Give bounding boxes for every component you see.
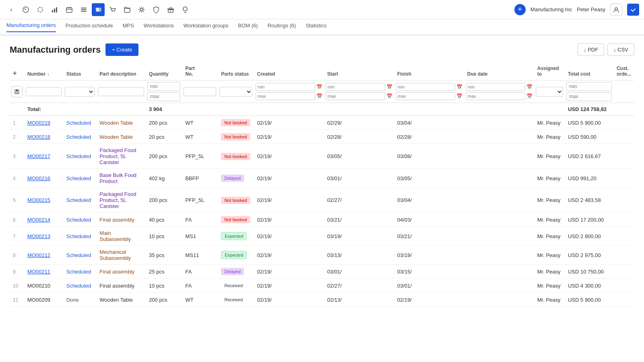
assigned-to-cell: Mr. Peasy — [534, 144, 565, 169]
order-number-link[interactable]: MO00212 — [27, 252, 50, 258]
folder-icon[interactable] — [121, 3, 134, 16]
status-text: Scheduled — [66, 233, 91, 239]
filter-parts-status-select[interactable]: Not booked Delayed Expected Received — [219, 87, 252, 97]
due-min-calendar-icon[interactable]: 📅 — [526, 84, 533, 90]
status-text: Scheduled — [66, 120, 91, 126]
subnav-bom[interactable]: BOM (6) — [238, 23, 258, 32]
filter-quantity-max[interactable] — [147, 92, 180, 101]
row-number: 5 — [13, 197, 16, 203]
subnav-mps[interactable]: MPS — [123, 23, 134, 32]
row-number: 1 — [13, 120, 16, 126]
list-icon[interactable] — [77, 3, 90, 16]
book-icon[interactable] — [92, 3, 105, 16]
part-description-link[interactable]: Mechanical Subassembly — [99, 249, 131, 261]
filter-cost-max[interactable] — [566, 92, 612, 101]
assigned-to-cell: Mr. Peasy — [534, 279, 565, 293]
finish-max-calendar-icon[interactable]: 📅 — [456, 93, 462, 99]
assigned-to-cell: Mr. Peasy — [534, 265, 565, 279]
quantity-cell: 200 pcs — [146, 293, 182, 307]
svg-point-18 — [615, 8, 617, 10]
start-min-calendar-icon[interactable]: 📅 — [386, 84, 392, 90]
gift-icon[interactable] — [164, 3, 177, 16]
th-due-date: Due date — [464, 62, 534, 80]
filter-created-max[interactable] — [256, 92, 315, 100]
pdf-export-button[interactable]: ↓ PDF — [578, 43, 604, 56]
bulb-icon[interactable] — [179, 3, 192, 16]
filter-cost-min[interactable] — [566, 82, 612, 91]
part-description-link[interactable]: Packaged Food Product, 5L Canister — [99, 147, 136, 165]
filter-assigned-to-select[interactable]: Mr. Peasy — [536, 87, 563, 97]
order-number-link[interactable]: MO00217 — [27, 153, 50, 159]
csv-export-button[interactable]: ↓ CSV — [607, 43, 634, 56]
speedometer-icon[interactable] — [19, 3, 32, 16]
calendar-icon[interactable] — [63, 3, 76, 16]
created-min-calendar-icon[interactable]: 📅 — [316, 84, 322, 90]
part-description-link[interactable]: Main Subassembly — [99, 230, 131, 242]
table-row: 7 MO00213 Scheduled Main Subassembly 10 … — [10, 227, 634, 246]
th-number[interactable]: Number ↓ — [24, 62, 63, 80]
created-max-calendar-icon[interactable]: 📅 — [316, 93, 322, 99]
filter-due-min[interactable] — [466, 83, 525, 91]
order-number-link[interactable]: MO00218 — [27, 134, 50, 140]
filter-part-no-input[interactable] — [184, 87, 216, 96]
subnav-routings[interactable]: Routings (6) — [268, 23, 296, 32]
finish-min-calendar-icon[interactable]: 📅 — [456, 84, 462, 90]
filter-created-min[interactable] — [256, 83, 315, 91]
gear-icon[interactable] — [135, 3, 148, 16]
save-filter-button[interactable] — [11, 86, 23, 97]
create-button[interactable]: + Create — [105, 43, 138, 56]
bar-chart-icon[interactable] — [48, 3, 61, 16]
subnav-statistics[interactable]: Statistics — [305, 23, 326, 32]
svg-point-13 — [112, 11, 113, 12]
subnav-workstations[interactable]: Workstations — [144, 23, 174, 32]
part-description-link[interactable]: Final assembly — [99, 269, 134, 275]
filter-start-max[interactable] — [326, 92, 385, 100]
filter-status-select[interactable]: Scheduled Done — [65, 87, 95, 97]
row-number: 4 — [13, 176, 16, 181]
part-no-cell: WT — [182, 116, 218, 130]
order-number-link[interactable]: MO00219 — [27, 120, 50, 126]
back-icon[interactable]: ‹ — [5, 3, 18, 16]
due-max-calendar-icon[interactable]: 📅 — [526, 93, 533, 99]
due-date-cell — [464, 279, 534, 293]
filter-part-desc-input[interactable] — [98, 87, 144, 96]
filter-quantity-min[interactable] — [147, 82, 180, 91]
subnav-workstation-groups[interactable]: Workstation groups — [184, 23, 229, 32]
order-number-link[interactable]: MO00215 — [27, 197, 50, 203]
total-cost-cell: USD 991,20 — [565, 169, 613, 188]
row-number: 9 — [13, 269, 16, 275]
start-max-calendar-icon[interactable]: 📅 — [386, 93, 392, 99]
filter-start-min[interactable] — [326, 83, 385, 91]
new-button[interactable]: + — [514, 4, 526, 15]
order-number-link[interactable]: MO00214 — [27, 217, 50, 223]
cust-order-cell — [613, 293, 634, 307]
subnav-production-schedule[interactable]: Production schedule — [66, 23, 113, 32]
th-total-cost: Total cost — [565, 62, 613, 80]
check-icon-button[interactable] — [627, 4, 639, 16]
th-add[interactable]: + — [10, 62, 24, 80]
filter-finish-min[interactable] — [396, 83, 455, 91]
horizontal-scrollbar[interactable] — [10, 309, 634, 313]
table-row: 2 MO00218 Scheduled Wooden Table 20 pcs … — [10, 130, 634, 144]
order-number-link[interactable]: MO00211 — [27, 269, 50, 275]
parts-status-badge: Received — [221, 296, 246, 303]
part-description-link[interactable]: Packaged Food Product, 5L Canister — [99, 191, 136, 209]
order-number-link[interactable]: MO00216 — [27, 175, 50, 181]
part-description-link[interactable]: Wooden Table — [99, 120, 133, 126]
filter-number-input[interactable] — [26, 87, 62, 96]
loading-icon[interactable] — [34, 3, 47, 16]
part-description: Wooden Table — [99, 297, 133, 303]
part-description-link[interactable]: Base Bulk Food Product — [99, 172, 136, 184]
start-cell: 03/13/ — [324, 246, 394, 265]
filter-due-max[interactable] — [466, 92, 525, 100]
subnav-manufacturing-orders[interactable]: Manufacturing orders — [6, 22, 56, 32]
shield-icon[interactable] — [150, 3, 163, 16]
th-part-no: PartNo. — [182, 62, 218, 80]
part-description-link[interactable]: Final assembly — [99, 217, 134, 223]
total-cost-cell: USD 2 975,00 — [565, 246, 613, 265]
user-icon-button[interactable] — [610, 4, 622, 16]
cart-icon[interactable] — [106, 3, 119, 16]
order-number-link[interactable]: MO00213 — [27, 233, 50, 239]
part-description-link[interactable]: Wooden Table — [99, 134, 133, 140]
filter-finish-max[interactable] — [396, 92, 455, 100]
